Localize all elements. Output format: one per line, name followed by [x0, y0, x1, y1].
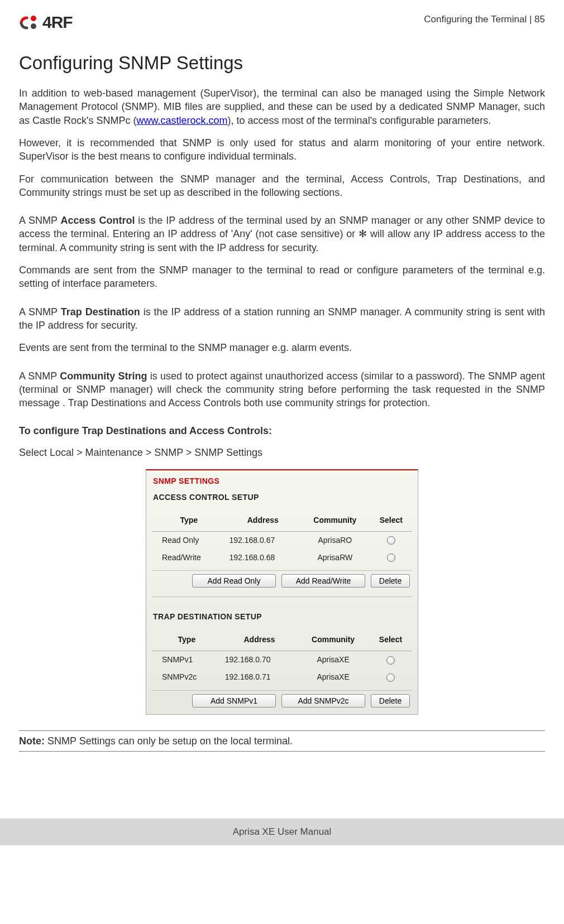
col-type: Type — [152, 513, 226, 531]
cell-community: AprisaXE — [297, 651, 369, 668]
svg-point-1 — [31, 23, 36, 29]
access-control-section-title: ACCESS CONTROL SETUP — [153, 492, 411, 503]
snmp-settings-panel: SNMP SETTINGS ACCESS CONTROL SETUP Type … — [146, 469, 418, 715]
table-row: Read/Write 192.168.0.68 AprisaRW — [152, 549, 412, 566]
table-row: SNMPv2c 192.168.0.71 AprisaXE — [152, 668, 412, 686]
cell-community: AprisaRO — [300, 531, 370, 548]
add-read-only-button[interactable]: Add Read Only — [192, 574, 276, 588]
select-radio[interactable] — [386, 673, 395, 682]
col-select: Select — [369, 632, 412, 651]
delete-button[interactable]: Delete — [371, 574, 410, 588]
select-radio[interactable] — [386, 656, 395, 665]
cell-community: AprisaRW — [300, 549, 370, 566]
col-type: Type — [152, 632, 222, 651]
cell-address: 192.168.0.71 — [222, 668, 298, 686]
svg-point-0 — [31, 16, 36, 21]
cell-address: 192.168.0.67 — [226, 531, 300, 548]
access-control-paragraph: A SNMP Access Control is the IP address … — [19, 214, 545, 254]
configure-path: Select Local > Maintenance > SNMP > SNMP… — [19, 446, 545, 459]
cell-address: 192.168.0.68 — [226, 549, 300, 566]
delete-button[interactable]: Delete — [371, 694, 410, 708]
col-community: Community — [297, 632, 369, 651]
note-label: Note: — [19, 735, 45, 747]
access-control-paragraph-2: Commands are sent from the SNMP manager … — [19, 263, 545, 291]
col-address: Address — [226, 513, 300, 531]
intro-paragraph-1: In addition to web-based management (Sup… — [19, 86, 545, 127]
brand-text: 4RF — [42, 11, 73, 34]
trap-button-row: Add SNMPv1 Add SNMPv2c Delete — [152, 690, 412, 708]
add-snmpv1-button[interactable]: Add SNMPv1 — [192, 694, 276, 708]
trap-destination-paragraph-2: Events are sent from the terminal to the… — [19, 341, 545, 354]
select-radio[interactable] — [387, 554, 395, 562]
cell-address: 192.168.0.70 — [222, 651, 298, 668]
col-community: Community — [300, 513, 370, 531]
page-title: Configuring SNMP Settings — [19, 51, 545, 76]
intro-paragraph-2: However, it is recommended that SNMP is … — [19, 136, 545, 163]
col-address: Address — [222, 632, 298, 651]
cell-type: SNMPv1 — [152, 651, 222, 668]
trap-destination-table: Type Address Community Select SNMPv1 192… — [152, 632, 412, 686]
select-radio[interactable] — [387, 536, 395, 545]
divider — [19, 730, 545, 731]
panel-title: SNMP SETTINGS — [153, 476, 411, 487]
note-block: Note: SNMP Settings can only be setup on… — [19, 734, 545, 748]
community-string-paragraph: A SNMP Community String is used to prote… — [19, 369, 545, 410]
access-control-table: Type Address Community Select Read Only … — [152, 513, 412, 566]
col-select: Select — [370, 513, 412, 531]
note-text: SNMP Settings can only be setup on the l… — [45, 735, 293, 747]
cell-type: Read Only — [152, 531, 226, 548]
cell-community: AprisaXE — [297, 668, 369, 686]
brand-icon — [19, 15, 39, 30]
brand-logo: 4RF — [19, 11, 73, 34]
table-row: Read Only 192.168.0.67 AprisaRO — [152, 531, 412, 548]
table-row: SNMPv1 192.168.0.70 AprisaXE — [152, 651, 412, 668]
page-label: Configuring the Terminal | 85 — [424, 13, 545, 26]
divider — [19, 751, 545, 752]
cell-type: SNMPv2c — [152, 668, 222, 686]
add-read-write-button[interactable]: Add Read/Write — [281, 574, 365, 588]
castlerock-link[interactable]: www.castlerock.com — [136, 115, 227, 126]
access-button-row: Add Read Only Add Read/Write Delete — [152, 570, 412, 597]
cell-type: Read/Write — [152, 549, 226, 566]
configure-heading: To configure Trap Destinations and Acces… — [19, 424, 545, 437]
trap-destination-section-title: TRAP DESTINATION SETUP — [153, 612, 411, 622]
intro-paragraph-3: For communication between the SNMP manag… — [19, 172, 545, 200]
trap-destination-paragraph: A SNMP Trap Destination is the IP addres… — [19, 305, 545, 333]
page-footer: Aprisa XE User Manual — [0, 819, 564, 845]
page-header: 4RF Configuring the Terminal | 85 — [19, 11, 545, 34]
add-snmpv2c-button[interactable]: Add SNMPv2c — [281, 694, 365, 708]
